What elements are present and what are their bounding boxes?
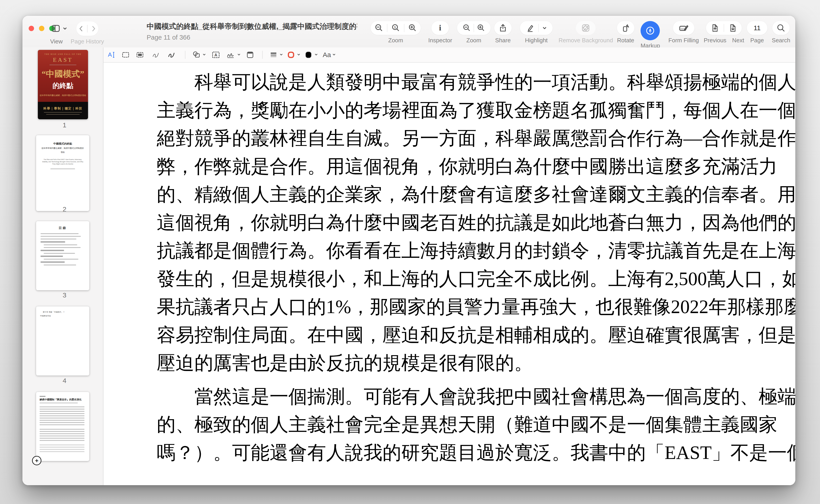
- shape-style-tool[interactable]: [269, 50, 283, 60]
- text-block-placeholder: [40, 406, 84, 426]
- page-up-icon: [710, 23, 720, 33]
- page-thumbnail-4[interactable]: 第十章 突破「中國模式」？ 中國歷史年表: [36, 306, 89, 376]
- document-text-line: 抗議都是個體行為。你看看在上海持續數月的封鎖令，清零抗議首先是在上海: [157, 237, 762, 265]
- chevron-down-icon[interactable]: [539, 26, 551, 30]
- highlight-button[interactable]: Highlight: [520, 21, 553, 44]
- document-text-line: 壓迫的厲害也是由於反抗的規模是很有限的。: [157, 349, 762, 377]
- page-number-button[interactable]: 11 Page: [747, 21, 767, 44]
- page-thumbnail-5[interactable]: 解碼中國體制『興衰並存』的歷史演化: [36, 392, 89, 461]
- form-filling-button[interactable]: Form Filling: [668, 21, 699, 44]
- page-thumbnail-2[interactable]: 中國模式的終點 從科舉帝制到數位威權，揭露中國式治理制度的 宿命 The Ris…: [36, 135, 89, 211]
- document-text-line: 的、精緻個人主義的企業家，為什麼會有這麼多社會達爾文主義的信奉者。用: [157, 180, 762, 209]
- next-page-button[interactable]: [724, 23, 742, 33]
- svg-text:i: i: [439, 23, 442, 32]
- page-history-label: Page History: [71, 38, 104, 45]
- zoom-thumbnails-button[interactable]: +: [32, 456, 41, 465]
- form-filling-icon: [678, 23, 689, 33]
- document-title-block: 中國模式的終點_從科舉帝制到數位威權,_揭露中國式治理制度的宿命_=_T_z_l…: [147, 21, 357, 41]
- fill-color-tool[interactable]: [304, 50, 318, 60]
- chevron-down-icon: [314, 53, 318, 57]
- page-thumbnail-1[interactable]: THE RISE AND FALL OF THE EAST “中國模式” 的終點…: [38, 50, 88, 119]
- chevron-down-icon: [280, 53, 283, 57]
- svg-text:1: 1: [394, 25, 396, 29]
- title-bar: View Page History 中國模式的終點_從科舉帝制到數位威權,_揭露…: [22, 16, 795, 47]
- markup-toolbar: A A x: [103, 47, 795, 63]
- document-view[interactable]: 科舉可以說是人類發明中最富有競爭性的一項活動。科舉頌揚極端的個人主義行為，獎勵在…: [103, 63, 795, 485]
- share-label: Share: [495, 37, 511, 44]
- toc-heading: 目錄: [41, 226, 85, 230]
- chevron-left-icon: [77, 25, 85, 33]
- document-page: 科舉可以說是人類發明中最富有競爭性的一項活動。科舉頌揚極端的個人主義行為，獎勵在…: [103, 63, 795, 485]
- text-selection-tool[interactable]: A: [107, 50, 116, 60]
- thumb-text-line: 第十章 突破「中國模式」？: [43, 311, 85, 313]
- shapes-tool[interactable]: [192, 50, 206, 60]
- zoom-out-button[interactable]: [370, 23, 387, 33]
- text-line-placeholder: [44, 253, 75, 254]
- cover-band-keywords: 科舉｜專制｜穩定｜科技: [43, 107, 82, 111]
- border-color-tool[interactable]: [286, 50, 300, 60]
- signature-tool[interactable]: x: [226, 50, 241, 60]
- sketch-tool[interactable]: [152, 50, 161, 60]
- text-line-placeholder: [44, 247, 81, 248]
- view-button[interactable]: [51, 23, 67, 34]
- thumb-heading: 解碼中國體制『興衰並存』的歷史演化: [40, 398, 86, 401]
- page-thumbnail-number: 1: [38, 121, 91, 129]
- search-button[interactable]: Search: [772, 21, 790, 44]
- close-window-button[interactable]: [29, 26, 34, 31]
- zoom-group-label: Zoom: [388, 37, 403, 44]
- chevron-down-icon: [203, 53, 206, 57]
- cover-subtitle: 從科舉帝制到數位威權，揭露中國式治理制度的宿命: [40, 94, 86, 97]
- document-text-line: 這個視角，你就明白為什麼中國老百姓的抗議是如此地蒼白無力，因為他們的: [157, 209, 762, 237]
- text-box-tool[interactable]: A: [211, 50, 220, 60]
- search-label: Search: [772, 37, 790, 44]
- note-tool[interactable]: [245, 50, 255, 60]
- markup-pen-icon: [645, 25, 656, 36]
- zoom-actual-size-button[interactable]: 1: [387, 23, 404, 33]
- fill-color-icon: [304, 50, 313, 60]
- text-box-icon: A: [211, 50, 220, 60]
- text-style-label: Aa: [323, 51, 331, 59]
- draw-icon: [167, 50, 177, 60]
- document-text-line: 絕對競爭的叢林裡自生自滅。另一方面，科舉嚴厲懲罰合作行為—合作就是作: [157, 124, 762, 152]
- thumb-text-line: 中國歷史年表: [40, 315, 85, 317]
- document-text: 科舉可以說是人類發明中最富有競爭性的一項活動。科舉頌揚極端的個人主義行為，獎勵在…: [157, 68, 795, 467]
- text-style-tool[interactable]: Aa: [323, 51, 336, 59]
- text-line-placeholder: [41, 261, 65, 263]
- text-line-placeholder: [44, 244, 77, 245]
- text-select-icon: A: [107, 50, 116, 60]
- text-line-placeholder: [41, 256, 63, 257]
- remove-background-icon: [581, 23, 591, 33]
- page-thumbnail-number: 2: [38, 205, 91, 213]
- cover-top-line: THE RISE AND FALL OF THE: [44, 53, 81, 55]
- dashed-rect-icon: [121, 50, 130, 60]
- magnifier-plus-icon: [476, 23, 486, 33]
- rectangular-selection-tool[interactable]: [121, 50, 130, 60]
- minimize-window-button[interactable]: [39, 26, 44, 31]
- rotate-button[interactable]: Rotate: [617, 21, 634, 44]
- document-text-line: 弊，作弊就是合作。用這個視角，你就明白為什麼中國勝出這麼多充滿活力: [157, 152, 762, 181]
- text-line-placeholder: [41, 233, 79, 234]
- svg-text:A: A: [108, 51, 112, 58]
- share-button[interactable]: Share: [494, 21, 512, 44]
- chevron-down-icon: [297, 53, 300, 57]
- previous-page-button[interactable]: [706, 23, 724, 33]
- remove-background-button: Remove Background: [559, 21, 613, 44]
- redact-tool[interactable]: [135, 50, 145, 60]
- magnifier-minus-icon: [462, 23, 471, 33]
- magnifier-one-icon: 1: [391, 23, 400, 33]
- page-history-control[interactable]: [76, 21, 98, 36]
- line-weight-icon: [269, 50, 278, 60]
- text-line-placeholder: [41, 239, 76, 239]
- inspector-button[interactable]: i Inspector: [429, 21, 452, 44]
- zoom-group: 1 Zoom: [370, 21, 421, 44]
- zoom-in-button[interactable]: [404, 23, 421, 33]
- text-line-placeholder: [40, 396, 45, 397]
- text-line-placeholder: [41, 250, 64, 251]
- text-line-placeholder: [41, 236, 81, 237]
- draw-tool[interactable]: [167, 50, 177, 60]
- zoom-out-button[interactable]: [460, 23, 474, 33]
- page-thumbnail-3[interactable]: 目錄: [36, 221, 89, 290]
- zoom-in-button[interactable]: [474, 23, 488, 33]
- page-indicator: Page 11 of 366: [147, 34, 357, 41]
- markup-button[interactable]: Markup: [641, 21, 660, 49]
